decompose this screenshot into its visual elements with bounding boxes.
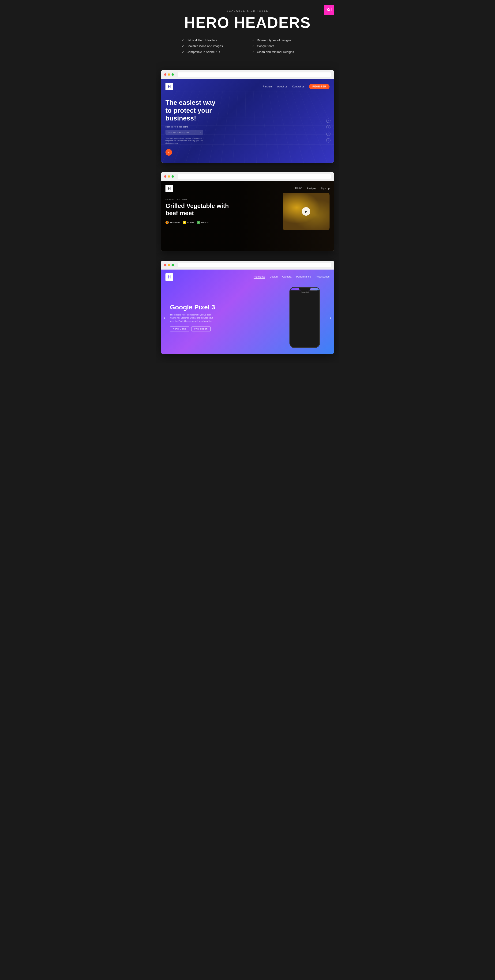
browser-bar-1 bbox=[161, 70, 334, 79]
hero1-nav-partners[interactable]: Partners bbox=[263, 85, 272, 88]
hero1-register-button[interactable]: REGISTER bbox=[309, 84, 329, 89]
hero2-main-content: #TRENDING NOW Grilled Vegetable with bee… bbox=[161, 196, 334, 229]
hero2-nav-recipes[interactable]: Recipes bbox=[307, 187, 316, 190]
hero2-time-icon: 🕐 bbox=[183, 221, 186, 224]
feature-item-3: ✓ Compatible in Adobe XD bbox=[182, 50, 243, 54]
hero3-nav-links: Highlights Design Camera Performance Acc… bbox=[254, 275, 329, 279]
hero2-nav-signup[interactable]: Sign up bbox=[321, 187, 329, 190]
hero2-recipe-meta: 👤 04 Servings 🕐 20 mins ✓ Begainer bbox=[166, 221, 329, 224]
hero1-request-label: Request for a free demo bbox=[166, 126, 329, 128]
hero1-arrow-icon: › bbox=[200, 131, 201, 134]
hero1-scroll-down-button[interactable]: ▾ bbox=[166, 149, 172, 156]
check-icon-5: ✓ bbox=[252, 45, 255, 48]
hero2-content-area: ▶ H Home Recipes Sign up #TRENDING NOW G… bbox=[161, 181, 334, 251]
hero3-preorder-button[interactable]: PRE-ORDER bbox=[191, 326, 211, 331]
browser-bar-2 bbox=[161, 172, 334, 181]
hero3-buttons: READ MORE PRE-ORDER bbox=[170, 326, 290, 331]
xd-badge: Xd bbox=[324, 5, 334, 15]
browser-dot-red-2[interactable] bbox=[164, 175, 166, 178]
hero2-level: ✓ Begainer bbox=[197, 221, 209, 224]
hero1-nav-about[interactable]: About us bbox=[277, 85, 287, 88]
hero2-level-icon: ✓ bbox=[197, 221, 200, 224]
hero3-text-content: Google Pixel 3 The Google Pixel 3 smartp… bbox=[168, 304, 290, 332]
hero3-nav-design[interactable]: Design bbox=[269, 275, 277, 279]
browser-dot-green-1[interactable] bbox=[172, 73, 174, 76]
subtitle: SCALABLE & EDITABLE bbox=[161, 10, 334, 12]
hero3-description: The Google Pixel 3 smartphone you've bee… bbox=[170, 313, 217, 323]
browser-dot-red-1[interactable] bbox=[164, 73, 166, 76]
hero3-body: ‹ Google Pixel 3 The Google Pixel 3 smar… bbox=[161, 285, 334, 353]
hero3-phone-notch bbox=[299, 288, 310, 290]
hero3-browser-window: H Highlights Design Camera Performance A… bbox=[161, 261, 334, 354]
feature-item-6: ✓ Clean and Minimal Designs bbox=[252, 50, 313, 54]
browser-url-bar-1[interactable] bbox=[178, 72, 331, 76]
hero2-nav-links: Home Recipes Sign up bbox=[295, 186, 329, 190]
hero2-title: Grilled Vegetable with beef meet bbox=[166, 202, 231, 217]
browser-dot-green-2[interactable] bbox=[172, 175, 174, 178]
hero1-nav: H Partners About us Contact us REGISTER bbox=[161, 79, 334, 94]
hero3-next-arrow[interactable]: › bbox=[327, 310, 334, 325]
hero1-title: The easiest way to protect your business… bbox=[166, 99, 217, 123]
feature-item-5: ✓ Google fonts bbox=[252, 44, 313, 48]
hero1-main-content: The easiest way to protect your business… bbox=[161, 94, 334, 163]
hero2-trending-tag: #TRENDING NOW bbox=[166, 198, 329, 200]
feature-item-1: ✓ Set of 4 Hero Headers bbox=[182, 38, 243, 42]
check-icon-2: ✓ bbox=[182, 45, 184, 48]
hero2-nav-home[interactable]: Home bbox=[295, 186, 302, 190]
feature-item-4: ✓ Different types of designs bbox=[252, 38, 313, 42]
hero1-skype-icon[interactable]: S bbox=[326, 138, 331, 142]
hero3-nav-performance[interactable]: Performance bbox=[296, 275, 311, 279]
hero2-servings-text: 04 Servings bbox=[170, 221, 180, 223]
hero1-body-text: This i have produced as a scantling of J… bbox=[166, 137, 208, 145]
hero1-input-placeholder: Enter your email address bbox=[168, 131, 200, 134]
hero1-email-input[interactable]: Enter your email address › bbox=[166, 130, 203, 135]
browser-url-bar-3[interactable] bbox=[178, 263, 331, 267]
hero3-phone-mockup: Tuesday, Oct 9 3 M ◉ C ▶ bbox=[290, 287, 320, 348]
hero3-nav-camera[interactable]: Camera bbox=[282, 275, 291, 279]
hero1-browser-window: H Partners About us Contact us REGISTER … bbox=[161, 70, 334, 163]
hero2-time-text: 20 mins bbox=[187, 221, 194, 223]
check-icon-3: ✓ bbox=[182, 50, 184, 54]
hero3-logo: H bbox=[166, 273, 173, 281]
hero1-nav-contact[interactable]: Contact us bbox=[292, 85, 304, 88]
hero3-phone-screen: Tuesday, Oct 9 3 M ◉ C ▶ bbox=[290, 288, 319, 290]
browser-dot-yellow-1[interactable] bbox=[168, 73, 170, 76]
hero2-nav: H Home Recipes Sign up bbox=[161, 181, 334, 196]
check-icon-1: ✓ bbox=[182, 39, 184, 42]
hero3-nav: H Highlights Design Camera Performance A… bbox=[161, 270, 334, 285]
page-header: Xd SCALABLE & EDITABLE HERO HEADERS ✓ Se… bbox=[156, 0, 339, 70]
browser-bar-3 bbox=[161, 261, 334, 270]
hero1-social-links: G ◎ P S bbox=[326, 118, 331, 142]
hero3-content-area: H Highlights Design Camera Performance A… bbox=[161, 270, 334, 354]
hero3-nav-highlights[interactable]: Highlights bbox=[254, 275, 265, 279]
features-grid: ✓ Set of 4 Hero Headers ✓ Different type… bbox=[182, 38, 313, 54]
hero1-nav-links: Partners About us Contact us REGISTER bbox=[263, 84, 329, 89]
browser-dot-yellow-2[interactable] bbox=[168, 175, 170, 178]
hero1-circle-icon[interactable]: ◎ bbox=[326, 125, 331, 129]
hero2-level-text: Begainer bbox=[201, 221, 209, 223]
hero3-nav-accessories[interactable]: Accessories bbox=[316, 275, 329, 279]
main-title: HERO HEADERS bbox=[161, 14, 334, 32]
hero2-servings: 👤 04 Servings bbox=[166, 221, 180, 224]
hero1-logo: H bbox=[166, 83, 173, 90]
browser-dot-yellow-3[interactable] bbox=[168, 264, 170, 266]
check-icon-6: ✓ bbox=[252, 50, 255, 54]
check-icon-4: ✓ bbox=[252, 39, 255, 42]
hero2-time: 🕐 20 mins bbox=[183, 221, 194, 224]
browser-dot-red-3[interactable] bbox=[164, 264, 166, 266]
browser-url-bar-2[interactable] bbox=[178, 174, 331, 178]
hero1-pinterest-icon[interactable]: P bbox=[326, 132, 331, 136]
hero3-title: Google Pixel 3 bbox=[170, 304, 290, 311]
hero2-servings-icon: 👤 bbox=[166, 221, 169, 224]
browser-dot-green-3[interactable] bbox=[172, 264, 174, 266]
feature-item-2: ✓ Scalable icons and images bbox=[182, 44, 243, 48]
hero3-prev-arrow[interactable]: ‹ bbox=[161, 310, 168, 325]
hero2-logo: H bbox=[166, 185, 173, 192]
hero1-google-icon[interactable]: G bbox=[326, 118, 331, 123]
hero3-read-more-button[interactable]: READ MORE bbox=[170, 326, 189, 331]
hero2-browser-window: ▶ H Home Recipes Sign up #TRENDING NOW G… bbox=[161, 172, 334, 251]
hero1-content-area: H Partners About us Contact us REGISTER … bbox=[161, 79, 334, 163]
